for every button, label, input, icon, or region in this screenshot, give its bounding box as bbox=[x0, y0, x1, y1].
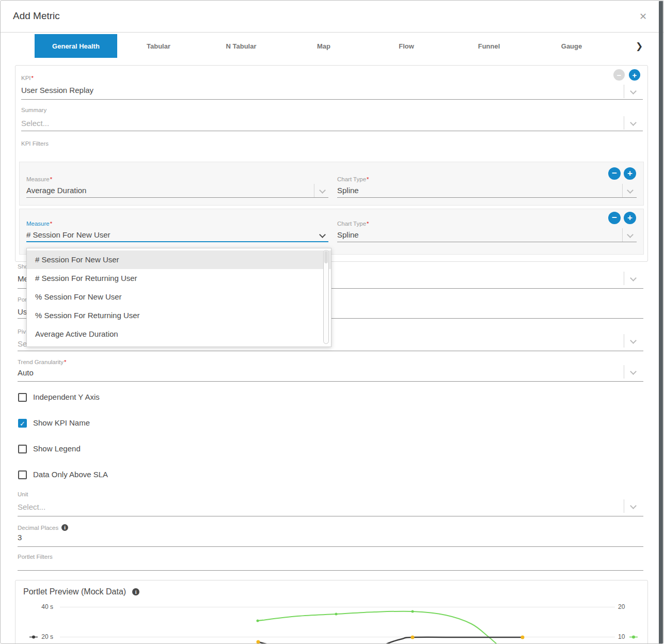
gridline bbox=[60, 637, 615, 637]
field-underline bbox=[337, 242, 637, 242]
measure-dropdown: # Session For New User # Session For Ret… bbox=[26, 248, 331, 347]
checkbox-show-kpi-name[interactable]: ✓ bbox=[18, 419, 27, 428]
required-mark: * bbox=[50, 176, 52, 182]
pivot-field-value-clipped[interactable]: Se bbox=[18, 339, 27, 348]
dropdown-option[interactable]: % Session For Returning User bbox=[27, 306, 331, 325]
portlet-preview-title: Portlet Preview (Mock Data) bbox=[23, 587, 126, 596]
field-underline bbox=[26, 197, 328, 198]
required-mark: * bbox=[64, 359, 66, 365]
checkbox-label: Show KPI Name bbox=[33, 418, 90, 427]
window-scrollbar[interactable] bbox=[659, 1, 663, 644]
chart-type-2-label: Chart Type* bbox=[337, 218, 369, 228]
measure-2-remove-button[interactable]: − bbox=[608, 212, 621, 224]
tab-flow[interactable]: Flow bbox=[365, 34, 448, 58]
plus-icon: + bbox=[627, 213, 633, 223]
required-mark: * bbox=[31, 75, 34, 81]
chevron-down-icon[interactable] bbox=[630, 275, 637, 281]
dropdown-option[interactable]: # Session For New User bbox=[27, 250, 331, 269]
portlet-preview-title-row: Portlet Preview (Mock Data) i bbox=[23, 587, 139, 596]
tab-scroll-right-icon[interactable]: ❯ bbox=[636, 41, 643, 52]
kpi-filters-label: KPI Filters bbox=[21, 140, 49, 147]
measure-row-1 bbox=[19, 162, 644, 206]
add-metric-modal: Add Metric ✕ General Health Tabular N Ta… bbox=[0, 0, 664, 644]
trend-granularity-label: Trend Granularity* bbox=[18, 357, 67, 366]
measure-2-select-value[interactable]: # Session For New User bbox=[26, 230, 110, 239]
trend-granularity-select-value[interactable]: Auto bbox=[18, 368, 34, 377]
measure-1-select-value[interactable]: Average Duration bbox=[26, 186, 86, 195]
right-axis-series-marker-icon bbox=[629, 634, 638, 640]
chart-type-1-select-value[interactable]: Spline bbox=[337, 186, 359, 195]
left-axis-tick-40s: 40 s bbox=[31, 603, 53, 610]
plus-icon: + bbox=[633, 71, 637, 80]
close-icon[interactable]: ✕ bbox=[639, 11, 647, 22]
required-mark: * bbox=[50, 221, 52, 227]
chart-type-2-select-value[interactable]: Spline bbox=[337, 230, 359, 239]
chart-type-1-label: Chart Type* bbox=[337, 174, 369, 183]
kpi-add-button[interactable]: + bbox=[629, 69, 640, 81]
decimal-places-label: Decimal Places bbox=[18, 525, 58, 531]
field-separator bbox=[314, 184, 314, 197]
checkbox-independent-y-axis[interactable] bbox=[18, 393, 27, 402]
field-underline bbox=[18, 546, 643, 547]
info-icon[interactable]: i bbox=[132, 588, 139, 595]
modal-header: Add Metric ✕ bbox=[1, 1, 663, 33]
tab-gauge[interactable]: Gauge bbox=[530, 34, 613, 58]
chevron-down-icon[interactable] bbox=[630, 337, 637, 344]
tab-bar: General Health Tabular N Tabular Map Flo… bbox=[35, 33, 613, 59]
pivot-field-label-clipped: Piv bbox=[18, 328, 26, 335]
field-separator bbox=[624, 272, 624, 285]
tab-tabular[interactable]: Tabular bbox=[117, 34, 200, 58]
tab-general-health[interactable]: General Health bbox=[35, 34, 117, 58]
summary-select-placeholder[interactable]: Select... bbox=[21, 119, 49, 128]
gridline bbox=[60, 607, 615, 607]
minus-icon: − bbox=[612, 168, 617, 179]
measure-1-remove-button[interactable]: − bbox=[608, 167, 621, 180]
dropdown-option[interactable]: Average Active Duration bbox=[27, 325, 331, 343]
field-underline bbox=[18, 570, 643, 571]
field-underline bbox=[337, 197, 637, 198]
unit-label: Unit bbox=[18, 491, 28, 497]
kpi-select-value[interactable]: User Session Replay bbox=[21, 86, 93, 95]
modal-title: Add Metric bbox=[13, 10, 60, 22]
field-separator bbox=[622, 184, 623, 197]
measure-2-label: Measure* bbox=[26, 218, 52, 228]
right-axis-tick-10: 10 bbox=[618, 633, 625, 640]
dropdown-option[interactable]: % Session For New User bbox=[27, 288, 331, 306]
left-axis-series-marker-icon bbox=[29, 634, 38, 640]
kpi-remove-button[interactable]: − bbox=[613, 69, 625, 81]
measure-2-add-button[interactable]: + bbox=[624, 212, 636, 224]
tab-n-tabular[interactable]: N Tabular bbox=[200, 34, 282, 58]
minus-icon: − bbox=[617, 71, 622, 80]
field-separator bbox=[624, 499, 624, 513]
decimal-places-label-row: Decimal Places i bbox=[18, 524, 68, 531]
checkbox-show-legend[interactable] bbox=[18, 445, 27, 453]
portlet-field-value-clipped[interactable]: Us bbox=[18, 307, 27, 316]
field-underline bbox=[18, 351, 643, 351]
chevron-down-icon[interactable] bbox=[630, 368, 637, 375]
field-separator bbox=[624, 116, 624, 130]
checkbox-label: Independent Y Axis bbox=[33, 392, 100, 401]
plus-icon: + bbox=[627, 168, 633, 179]
info-icon[interactable]: i bbox=[61, 524, 68, 531]
field-underline bbox=[18, 381, 643, 382]
dropdown-scrollbar[interactable] bbox=[323, 250, 329, 344]
unit-select-placeholder[interactable]: Select... bbox=[18, 502, 45, 511]
field-separator bbox=[622, 228, 623, 242]
decimal-places-input[interactable]: 3 bbox=[18, 533, 22, 542]
dropdown-option[interactable]: # Session For Returning User bbox=[27, 269, 331, 288]
field-underline-focused bbox=[26, 241, 328, 242]
field-separator bbox=[624, 85, 624, 98]
summary-label: Summary bbox=[21, 107, 46, 113]
checkbox-data-only-above-sla[interactable] bbox=[18, 470, 27, 479]
portlet-filters-label: Portlet Filters bbox=[18, 554, 53, 560]
required-mark: * bbox=[367, 176, 369, 182]
right-axis-tick-20: 20 bbox=[618, 603, 625, 610]
chevron-down-icon[interactable] bbox=[630, 502, 637, 509]
field-separator bbox=[624, 334, 624, 348]
minus-icon: − bbox=[612, 213, 617, 223]
measure-1-add-button[interactable]: + bbox=[624, 167, 636, 180]
dropdown-scrollbar-thumb[interactable] bbox=[324, 251, 328, 263]
field-underline bbox=[18, 516, 643, 516]
tab-map[interactable]: Map bbox=[282, 34, 365, 58]
tab-funnel[interactable]: Funnel bbox=[448, 34, 530, 58]
